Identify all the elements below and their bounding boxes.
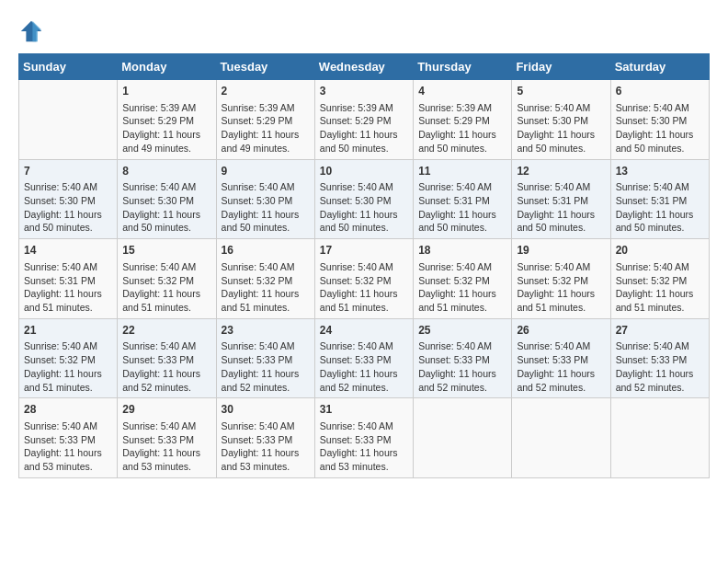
header-cell-wednesday: Wednesday: [314, 54, 413, 80]
day-cell: 21Sunrise: 5:40 AM Sunset: 5:32 PM Dayli…: [19, 318, 118, 398]
week-row-4: 21Sunrise: 5:40 AM Sunset: 5:32 PM Dayli…: [19, 318, 710, 398]
day-cell: 11Sunrise: 5:40 AM Sunset: 5:31 PM Dayli…: [414, 159, 512, 239]
week-row-1: 1Sunrise: 5:39 AM Sunset: 5:29 PM Daylig…: [19, 80, 710, 160]
header-cell-monday: Monday: [118, 54, 216, 80]
day-number: 31: [320, 402, 408, 418]
day-cell: [512, 398, 610, 478]
header-row: SundayMondayTuesdayWednesdayThursdayFrid…: [19, 54, 710, 80]
day-number: 23: [222, 323, 310, 339]
day-number: 24: [320, 323, 408, 339]
day-cell: 15Sunrise: 5:40 AM Sunset: 5:32 PM Dayli…: [118, 239, 216, 319]
day-info: Sunrise: 5:40 AM Sunset: 5:30 PM Dayligh…: [122, 180, 210, 235]
day-cell: 10Sunrise: 5:40 AM Sunset: 5:30 PM Dayli…: [314, 159, 413, 239]
day-cell: 7Sunrise: 5:40 AM Sunset: 5:30 PM Daylig…: [19, 159, 118, 239]
header-cell-thursday: Thursday: [414, 54, 512, 80]
day-info: Sunrise: 5:40 AM Sunset: 5:33 PM Dayligh…: [320, 339, 408, 394]
day-info: Sunrise: 5:40 AM Sunset: 5:31 PM Dayligh…: [418, 180, 506, 235]
day-cell: 25Sunrise: 5:40 AM Sunset: 5:33 PM Dayli…: [414, 318, 512, 398]
svg-marker-0: [21, 21, 41, 41]
day-cell: 27Sunrise: 5:40 AM Sunset: 5:33 PM Dayli…: [610, 318, 709, 398]
week-row-2: 7Sunrise: 5:40 AM Sunset: 5:30 PM Daylig…: [19, 159, 710, 239]
day-info: Sunrise: 5:40 AM Sunset: 5:30 PM Dayligh…: [320, 180, 408, 235]
day-cell: 8Sunrise: 5:40 AM Sunset: 5:30 PM Daylig…: [118, 159, 216, 239]
day-info: Sunrise: 5:40 AM Sunset: 5:31 PM Dayligh…: [517, 180, 605, 235]
day-number: 13: [616, 164, 704, 179]
day-cell: 20Sunrise: 5:40 AM Sunset: 5:32 PM Dayli…: [610, 239, 709, 319]
day-cell: [414, 398, 512, 478]
day-info: Sunrise: 5:40 AM Sunset: 5:33 PM Dayligh…: [24, 419, 112, 474]
page-header: [18, 18, 710, 44]
day-cell: [19, 80, 118, 160]
day-number: 21: [24, 323, 112, 339]
day-number: 15: [122, 243, 210, 259]
day-info: Sunrise: 5:40 AM Sunset: 5:33 PM Dayligh…: [418, 339, 506, 394]
day-number: 29: [122, 402, 210, 418]
day-number: 22: [122, 323, 210, 339]
day-number: 30: [222, 402, 310, 418]
day-cell: 2Sunrise: 5:39 AM Sunset: 5:29 PM Daylig…: [216, 80, 314, 160]
logo: [18, 18, 48, 44]
day-cell: 31Sunrise: 5:40 AM Sunset: 5:33 PM Dayli…: [314, 398, 413, 478]
day-cell: 12Sunrise: 5:40 AM Sunset: 5:31 PM Dayli…: [512, 159, 610, 239]
calendar-table: SundayMondayTuesdayWednesdayThursdayFrid…: [18, 53, 710, 478]
calendar-header: SundayMondayTuesdayWednesdayThursdayFrid…: [19, 54, 710, 80]
day-cell: 4Sunrise: 5:39 AM Sunset: 5:29 PM Daylig…: [414, 80, 512, 160]
day-cell: 18Sunrise: 5:40 AM Sunset: 5:32 PM Dayli…: [414, 239, 512, 319]
day-number: 3: [320, 84, 408, 99]
day-cell: 23Sunrise: 5:40 AM Sunset: 5:33 PM Dayli…: [216, 318, 314, 398]
day-cell: 24Sunrise: 5:40 AM Sunset: 5:33 PM Dayli…: [314, 318, 413, 398]
day-info: Sunrise: 5:40 AM Sunset: 5:30 PM Dayligh…: [24, 180, 112, 235]
day-number: 11: [418, 164, 506, 179]
day-cell: 5Sunrise: 5:40 AM Sunset: 5:30 PM Daylig…: [512, 80, 610, 160]
day-number: 10: [320, 164, 408, 179]
day-cell: 22Sunrise: 5:40 AM Sunset: 5:33 PM Dayli…: [118, 318, 216, 398]
day-info: Sunrise: 5:40 AM Sunset: 5:32 PM Dayligh…: [222, 260, 310, 315]
day-cell: [610, 398, 709, 478]
day-info: Sunrise: 5:39 AM Sunset: 5:29 PM Dayligh…: [320, 101, 408, 155]
day-info: Sunrise: 5:40 AM Sunset: 5:32 PM Dayligh…: [122, 260, 210, 315]
day-number: 14: [24, 243, 112, 259]
day-number: 27: [616, 323, 704, 339]
week-row-5: 28Sunrise: 5:40 AM Sunset: 5:33 PM Dayli…: [19, 398, 710, 478]
day-cell: 14Sunrise: 5:40 AM Sunset: 5:31 PM Dayli…: [19, 239, 118, 319]
day-number: 12: [517, 164, 605, 179]
day-info: Sunrise: 5:40 AM Sunset: 5:31 PM Dayligh…: [24, 260, 112, 315]
day-info: Sunrise: 5:39 AM Sunset: 5:29 PM Dayligh…: [418, 101, 506, 155]
header-cell-sunday: Sunday: [19, 54, 118, 80]
day-info: Sunrise: 5:40 AM Sunset: 5:32 PM Dayligh…: [418, 260, 506, 315]
day-cell: 29Sunrise: 5:40 AM Sunset: 5:33 PM Dayli…: [118, 398, 216, 478]
day-info: Sunrise: 5:39 AM Sunset: 5:29 PM Dayligh…: [122, 101, 210, 155]
day-cell: 17Sunrise: 5:40 AM Sunset: 5:32 PM Dayli…: [314, 239, 413, 319]
day-number: 19: [517, 243, 605, 259]
day-info: Sunrise: 5:40 AM Sunset: 5:32 PM Dayligh…: [616, 260, 704, 315]
day-cell: 6Sunrise: 5:40 AM Sunset: 5:30 PM Daylig…: [610, 80, 709, 160]
day-number: 8: [122, 164, 210, 179]
day-cell: 9Sunrise: 5:40 AM Sunset: 5:30 PM Daylig…: [216, 159, 314, 239]
day-cell: 28Sunrise: 5:40 AM Sunset: 5:33 PM Dayli…: [19, 398, 118, 478]
day-info: Sunrise: 5:40 AM Sunset: 5:33 PM Dayligh…: [122, 419, 210, 474]
day-info: Sunrise: 5:40 AM Sunset: 5:33 PM Dayligh…: [222, 339, 310, 394]
day-info: Sunrise: 5:40 AM Sunset: 5:32 PM Dayligh…: [320, 260, 408, 315]
day-info: Sunrise: 5:40 AM Sunset: 5:33 PM Dayligh…: [616, 339, 704, 394]
day-number: 26: [517, 323, 605, 339]
day-cell: 13Sunrise: 5:40 AM Sunset: 5:31 PM Dayli…: [610, 159, 709, 239]
header-cell-saturday: Saturday: [610, 54, 709, 80]
day-number: 28: [24, 402, 112, 418]
header-cell-friday: Friday: [512, 54, 610, 80]
day-info: Sunrise: 5:40 AM Sunset: 5:30 PM Dayligh…: [517, 101, 605, 155]
day-number: 6: [616, 84, 704, 99]
day-cell: 3Sunrise: 5:39 AM Sunset: 5:29 PM Daylig…: [314, 80, 413, 160]
day-info: Sunrise: 5:40 AM Sunset: 5:33 PM Dayligh…: [517, 339, 605, 394]
week-row-3: 14Sunrise: 5:40 AM Sunset: 5:31 PM Dayli…: [19, 239, 710, 319]
day-number: 20: [616, 243, 704, 259]
day-info: Sunrise: 5:40 AM Sunset: 5:33 PM Dayligh…: [122, 339, 210, 394]
day-info: Sunrise: 5:40 AM Sunset: 5:33 PM Dayligh…: [222, 419, 310, 474]
day-cell: 30Sunrise: 5:40 AM Sunset: 5:33 PM Dayli…: [216, 398, 314, 478]
day-info: Sunrise: 5:40 AM Sunset: 5:33 PM Dayligh…: [320, 419, 408, 474]
day-number: 1: [122, 84, 210, 99]
day-info: Sunrise: 5:40 AM Sunset: 5:32 PM Dayligh…: [517, 260, 605, 315]
day-number: 17: [320, 243, 408, 259]
day-number: 18: [418, 243, 506, 259]
day-cell: 1Sunrise: 5:39 AM Sunset: 5:29 PM Daylig…: [118, 80, 216, 160]
calendar-body: 1Sunrise: 5:39 AM Sunset: 5:29 PM Daylig…: [19, 80, 710, 478]
